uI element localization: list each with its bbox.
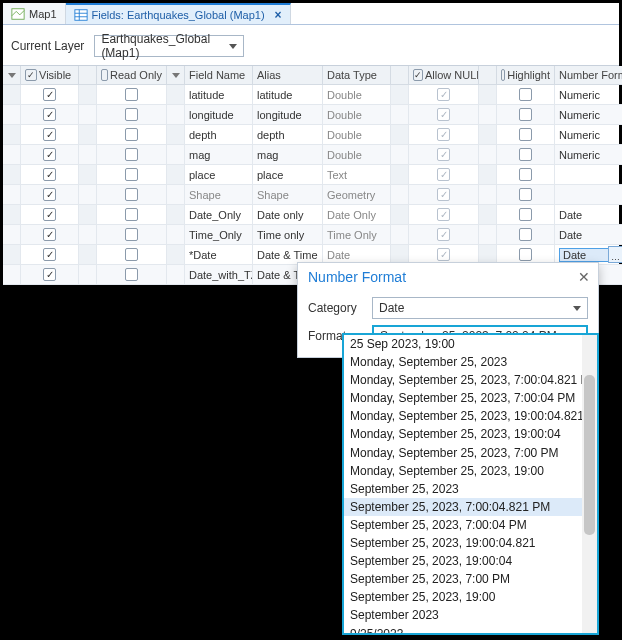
close-icon[interactable]: ✕ bbox=[578, 269, 590, 285]
row-header[interactable] bbox=[3, 245, 21, 265]
dropdown-option[interactable]: September 25, 2023, 19:00:04 bbox=[344, 552, 582, 570]
dropdown-option[interactable]: September 25, 2023, 7:00:04 PM bbox=[344, 516, 582, 534]
row-header[interactable] bbox=[3, 165, 21, 185]
numberformat-cell[interactable]: Numeric bbox=[555, 85, 622, 105]
col-alias[interactable]: Alias bbox=[253, 66, 323, 85]
alias-cell[interactable]: Time only bbox=[253, 225, 323, 245]
row-header[interactable] bbox=[3, 85, 21, 105]
tab-fields[interactable]: Fields: Earthquakes_Global (Map1) × bbox=[66, 3, 291, 24]
highlight-checkbox[interactable] bbox=[519, 88, 532, 101]
dropdown-option[interactable]: 25 Sep 2023, 19:00 bbox=[344, 335, 582, 353]
numberformat-cell[interactable]: Numeric bbox=[555, 125, 622, 145]
readonly-checkbox[interactable] bbox=[125, 208, 138, 221]
col-fieldname[interactable]: Field Name bbox=[185, 66, 253, 85]
dropdown-option[interactable]: September 25, 2023, 7:00:04.821 PM bbox=[344, 498, 582, 516]
alias-cell[interactable]: Shape bbox=[253, 185, 323, 205]
alias-cell[interactable]: Date only bbox=[253, 205, 323, 225]
fieldname-cell[interactable]: Date_with_TZ bbox=[185, 265, 253, 285]
category-select[interactable]: Date bbox=[372, 297, 588, 319]
readonly-checkbox[interactable] bbox=[125, 88, 138, 101]
current-layer-select[interactable]: Earthquakes_Global (Map1) bbox=[94, 35, 244, 57]
col-visible[interactable]: Visible bbox=[21, 66, 79, 85]
table-row[interactable]: longitudelongitudeDoubleNumeric bbox=[3, 105, 619, 125]
dropdown-option[interactable]: Monday, September 25, 2023, 19:00:04 bbox=[344, 425, 582, 443]
allownull-checkbox[interactable] bbox=[437, 128, 450, 141]
highlight-checkbox[interactable] bbox=[519, 228, 532, 241]
dropdown-option[interactable]: Monday, September 25, 2023, 19:00:04.821 bbox=[344, 407, 582, 425]
alias-cell[interactable]: depth bbox=[253, 125, 323, 145]
dropdown-option[interactable]: 9/25/2023 bbox=[344, 625, 582, 634]
readonly-checkbox[interactable] bbox=[125, 248, 138, 261]
fieldname-cell[interactable]: mag bbox=[185, 145, 253, 165]
dropdown-option[interactable]: Monday, September 25, 2023, 7:00:04.821 … bbox=[344, 371, 582, 389]
row-header[interactable] bbox=[3, 225, 21, 245]
fieldname-cell[interactable]: latitude bbox=[185, 85, 253, 105]
dropdown-option[interactable]: September 25, 2023 bbox=[344, 480, 582, 498]
allownull-checkbox[interactable] bbox=[437, 248, 450, 261]
visible-checkbox[interactable] bbox=[43, 248, 56, 261]
fieldname-cell[interactable]: longitude bbox=[185, 105, 253, 125]
row-header[interactable] bbox=[3, 205, 21, 225]
allownull-checkbox[interactable] bbox=[437, 228, 450, 241]
table-row[interactable]: depthdepthDoubleNumeric bbox=[3, 125, 619, 145]
visible-checkbox[interactable] bbox=[43, 188, 56, 201]
readonly-checkbox[interactable] bbox=[125, 108, 138, 121]
visible-checkbox[interactable] bbox=[43, 108, 56, 121]
visible-checkbox[interactable] bbox=[43, 208, 56, 221]
table-row[interactable]: magmagDoubleNumeric bbox=[3, 145, 619, 165]
dropdown-option[interactable]: September 2023 bbox=[344, 606, 582, 624]
dropdown-option[interactable]: Monday, September 25, 2023, 7:00:04 PM bbox=[344, 389, 582, 407]
visible-checkbox[interactable] bbox=[43, 148, 56, 161]
ellipsis-icon[interactable]: … bbox=[608, 246, 622, 263]
tab-map[interactable]: Map1 bbox=[3, 3, 66, 24]
allownull-checkbox[interactable] bbox=[437, 108, 450, 121]
fieldname-cell[interactable]: Time_Only bbox=[185, 225, 253, 245]
alias-cell[interactable]: place bbox=[253, 165, 323, 185]
visible-checkbox[interactable] bbox=[43, 88, 56, 101]
col-highlight[interactable]: Highlight bbox=[497, 66, 555, 85]
readonly-checkbox[interactable] bbox=[125, 188, 138, 201]
dropdown-option[interactable]: September 25, 2023, 7:00 PM bbox=[344, 570, 582, 588]
highlight-checkbox[interactable] bbox=[519, 128, 532, 141]
visible-checkbox[interactable] bbox=[43, 228, 56, 241]
dropdown-option[interactable]: September 25, 2023, 19:00 bbox=[344, 588, 582, 606]
col-datatype[interactable]: Data Type bbox=[323, 66, 391, 85]
scrollbar-thumb[interactable] bbox=[584, 375, 595, 535]
close-icon[interactable]: × bbox=[275, 9, 282, 21]
row-header[interactable] bbox=[3, 185, 21, 205]
fieldname-cell[interactable]: *Date bbox=[185, 245, 253, 265]
row-header[interactable] bbox=[3, 125, 21, 145]
highlight-checkbox[interactable] bbox=[519, 148, 532, 161]
row-selector-header[interactable] bbox=[3, 66, 21, 85]
fieldname-cell[interactable]: Shape bbox=[185, 185, 253, 205]
highlight-checkbox[interactable] bbox=[519, 208, 532, 221]
highlight-checkbox[interactable] bbox=[519, 108, 532, 121]
allownull-checkbox[interactable] bbox=[437, 168, 450, 181]
allownull-checkbox[interactable] bbox=[437, 208, 450, 221]
allownull-checkbox[interactable] bbox=[437, 188, 450, 201]
numberformat-cell[interactable]: Date bbox=[555, 205, 622, 225]
readonly-checkbox[interactable] bbox=[125, 148, 138, 161]
numberformat-cell[interactable] bbox=[555, 185, 622, 205]
highlight-checkbox[interactable] bbox=[519, 168, 532, 181]
alias-cell[interactable]: mag bbox=[253, 145, 323, 165]
alias-cell[interactable]: longitude bbox=[253, 105, 323, 125]
scrollbar[interactable] bbox=[582, 335, 597, 633]
col-allownull[interactable]: Allow NULL bbox=[409, 66, 479, 85]
numberformat-cell[interactable]: Numeric bbox=[555, 105, 622, 125]
table-row[interactable]: latitudelatitudeDoubleNumeric bbox=[3, 85, 619, 105]
table-row[interactable]: placeplaceText bbox=[3, 165, 619, 185]
row-header[interactable] bbox=[3, 105, 21, 125]
numberformat-cell[interactable]: Date bbox=[555, 225, 622, 245]
visible-checkbox[interactable] bbox=[43, 268, 56, 281]
dropdown-option[interactable]: Monday, September 25, 2023, 7:00 PM bbox=[344, 444, 582, 462]
table-row[interactable]: ShapeShapeGeometry bbox=[3, 185, 619, 205]
row-header[interactable] bbox=[3, 145, 21, 165]
dropdown-option[interactable]: Monday, September 25, 2023 bbox=[344, 353, 582, 371]
readonly-checkbox[interactable] bbox=[125, 128, 138, 141]
col-sort[interactable] bbox=[167, 66, 185, 85]
alias-cell[interactable]: latitude bbox=[253, 85, 323, 105]
fieldname-cell[interactable]: place bbox=[185, 165, 253, 185]
visible-checkbox[interactable] bbox=[43, 128, 56, 141]
readonly-checkbox[interactable] bbox=[125, 168, 138, 181]
